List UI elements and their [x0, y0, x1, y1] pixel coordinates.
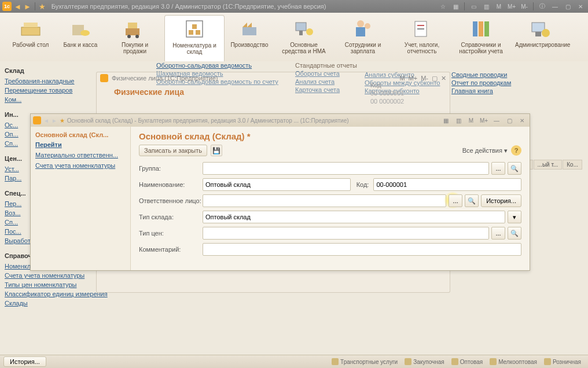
status-item[interactable]: Транспортные услуги: [328, 358, 401, 365]
select-button[interactable]: ...: [449, 194, 462, 207]
input-code[interactable]: [373, 178, 521, 191]
svg-rect-26: [484, 21, 489, 36]
nav-back-icon[interactable]: ◄: [43, 117, 49, 124]
nav-link[interactable]: Ком...: [5, 95, 109, 104]
save-close-button[interactable]: Записать и закрыть: [139, 145, 207, 156]
input-comment[interactable]: [203, 243, 521, 256]
select-button[interactable]: ...: [491, 227, 505, 240]
report-link[interactable]: Оборотно-сальдовая ведомость: [156, 61, 278, 69]
tool-icon[interactable]: ▥: [453, 116, 464, 125]
ghost-code: 00 0000001: [370, 89, 404, 97]
nav-link[interactable]: Счета учета номенклатуры: [5, 271, 109, 280]
mplus-button[interactable]: M+: [409, 75, 418, 82]
nav-link[interactable]: Перемещение товаров: [5, 86, 109, 95]
max-icon[interactable]: ▢: [432, 75, 438, 82]
ribbon-assets[interactable]: Основные средства и НМА: [274, 15, 333, 64]
ribbon-admin[interactable]: Администрирование: [510, 15, 569, 64]
svg-rect-7: [128, 23, 137, 28]
mminus-button[interactable]: M-: [519, 2, 530, 11]
fav-icon[interactable]: ☆: [438, 2, 448, 11]
min-icon[interactable]: —: [550, 2, 560, 11]
nav-fwd-icon[interactable]: ►: [52, 117, 57, 124]
m-button[interactable]: M: [466, 116, 476, 125]
report-link[interactable]: Отчет по проводкам: [451, 79, 511, 87]
fav-star-icon[interactable]: ★: [60, 117, 65, 124]
m-button[interactable]: M: [494, 2, 504, 11]
min-icon[interactable]: —: [491, 116, 502, 125]
nav-hdr-sklad: Склад: [5, 65, 109, 76]
svg-point-20: [365, 23, 370, 29]
app-icon: [33, 116, 41, 124]
modal-warehouse-titlebar[interactable]: ◄ ► ★ Основной склад (Склад) - Бухгалтер…: [31, 114, 530, 127]
search-icon[interactable]: 🔍: [508, 227, 521, 240]
form-nav-item[interactable]: Счета учета номенклатуры: [35, 160, 126, 171]
save-icon[interactable]: 💾: [211, 145, 222, 156]
grid-col[interactable]: Ко...: [563, 160, 582, 170]
svg-rect-0: [21, 27, 40, 35]
ghost-codes: Код 00 0000001 00 0000002: [370, 81, 404, 105]
ribbon-tax[interactable]: Учет, налоги, отчетность: [392, 15, 451, 64]
help-icon[interactable]: ?: [511, 145, 521, 156]
svg-marker-13: [242, 23, 247, 27]
ribbon-bank[interactable]: Банк и касса: [56, 15, 105, 64]
tool-icon[interactable]: ▦: [440, 116, 451, 125]
tag-icon: [544, 358, 551, 365]
ribbon-desktop[interactable]: Рабочий стол: [6, 15, 56, 64]
ribbon-production[interactable]: Производство: [225, 15, 274, 64]
label-resp: Ответственное лицо:: [139, 197, 203, 204]
info-icon[interactable]: ⓘ: [537, 2, 547, 11]
select-button[interactable]: ...: [491, 162, 505, 175]
nav-link[interactable]: Требования-накладные: [5, 76, 109, 86]
ribbon-refs[interactable]: Справочники и настройки учета: [451, 15, 510, 64]
status-item[interactable]: Оптовая: [448, 358, 486, 365]
mplus-button[interactable]: M+: [479, 116, 489, 125]
report-link[interactable]: Главная книга: [451, 87, 511, 95]
mminus-button[interactable]: M-: [421, 75, 428, 82]
close-icon[interactable]: ✕: [517, 116, 527, 125]
history-button[interactable]: История...: [481, 194, 521, 207]
search-icon[interactable]: 🔍: [508, 162, 521, 175]
calc-icon[interactable]: ▭: [468, 2, 479, 11]
status-item[interactable]: Розничная: [541, 358, 585, 365]
grid-col[interactable]: ...ый т...: [534, 160, 563, 170]
calendar-icon[interactable]: ▥: [481, 2, 491, 11]
tag-icon: [451, 358, 458, 365]
all-actions-button[interactable]: Все действия ▾: [462, 147, 508, 154]
ghost-code-hdr: Код: [370, 81, 404, 89]
max-icon[interactable]: ▢: [504, 116, 514, 125]
svg-rect-15: [296, 23, 306, 31]
status-item[interactable]: Мелкооптовая: [486, 358, 541, 365]
ribbon-stock[interactable]: Номенклатура и склад: [164, 15, 225, 64]
input-resp[interactable]: [203, 194, 446, 207]
grid-icon[interactable]: ▦: [450, 2, 461, 11]
nav-fwd-icon[interactable]: ►: [24, 2, 31, 11]
input-type[interactable]: [203, 211, 505, 223]
input-price[interactable]: [203, 227, 489, 240]
mplus-button[interactable]: M+: [506, 2, 517, 11]
fav-star-icon[interactable]: ★: [39, 2, 46, 11]
close-icon[interactable]: ✕: [441, 75, 446, 82]
input-name[interactable]: [203, 178, 351, 191]
search-icon[interactable]: 🔍: [465, 194, 479, 207]
svg-rect-1: [24, 23, 38, 27]
nav-link[interactable]: Классификатор единиц измерения: [5, 289, 109, 299]
input-group[interactable]: [203, 162, 489, 175]
ribbon-sales[interactable]: Покупки и продажи: [105, 15, 164, 64]
modal-persons-title: Физические лица (1С:Предприятие): [112, 75, 218, 82]
nav-back-icon[interactable]: ◄: [14, 2, 21, 11]
ribbon-hr[interactable]: Сотрудники и зарплата: [333, 15, 392, 64]
reports-hdr: Стандартные отчеты: [295, 61, 357, 69]
form-nav-go[interactable]: Перейти: [35, 139, 126, 150]
label-name: Наименование:: [139, 181, 203, 188]
dropdown-icon[interactable]: ▾: [508, 211, 521, 223]
nav-link[interactable]: Типы цен номенклатуры: [5, 280, 109, 289]
report-link[interactable]: Сводные проводки: [451, 71, 511, 79]
history-button[interactable]: История...: [3, 356, 46, 367]
svg-rect-9: [189, 30, 193, 35]
close-icon[interactable]: ✕: [575, 2, 586, 11]
form-nav-item[interactable]: Материально ответственн...: [35, 150, 126, 160]
status-item[interactable]: Закупочная: [401, 358, 448, 365]
nav-link[interactable]: Склады: [5, 299, 109, 308]
max-icon[interactable]: ▢: [563, 2, 573, 11]
svg-rect-11: [192, 24, 197, 29]
